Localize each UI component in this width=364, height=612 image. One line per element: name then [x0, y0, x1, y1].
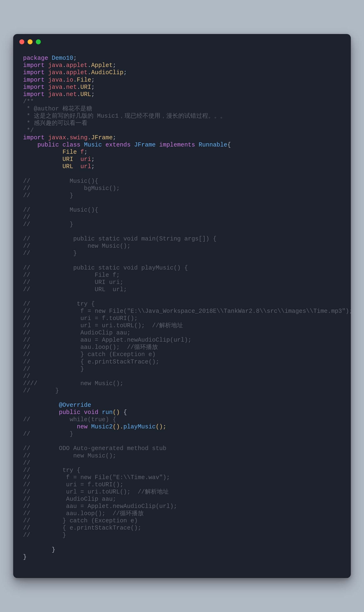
comment-line: // url = uri.toURL(); //解析地址 — [23, 489, 169, 495]
dot: . — [88, 69, 91, 76]
ns: applet — [66, 62, 88, 69]
close-icon[interactable] — [19, 39, 24, 44]
minimize-icon[interactable] — [27, 39, 33, 44]
comment-line: // } — [23, 431, 73, 437]
dot: . — [73, 77, 77, 83]
code-block: package Demo10; import java.applet.Apple… — [13, 46, 351, 565]
kw-new: new — [77, 423, 88, 430]
annotation: @Override — [59, 402, 91, 409]
brace-close: } — [23, 546, 55, 553]
comment-line: // public static void playMusic() { — [23, 265, 188, 271]
kw-import: import — [23, 91, 44, 98]
comment-line: // public static void main(String args[]… — [23, 235, 217, 242]
ns: java — [48, 77, 63, 83]
kw-implements: implements — [159, 142, 195, 148]
kw-class: class — [62, 142, 80, 148]
dot: . — [88, 134, 91, 141]
doc-line: * @author 棉花不是糖 — [23, 106, 92, 112]
kw-extends: extends — [105, 142, 130, 148]
class-ref: Music2 — [91, 423, 113, 430]
field-name: f — [80, 149, 84, 156]
comment-line: // aau = Applet.newAudioClip(url); — [23, 503, 177, 510]
cls: Applet — [91, 62, 113, 69]
field-type: File — [62, 149, 77, 156]
comment-line: // bgMusic(); — [23, 185, 120, 192]
class-name: Music — [84, 142, 102, 148]
comment-line: // aau = Applet.newAudioClip(url); — [23, 337, 192, 343]
pkg-name: Demo10 — [52, 55, 73, 62]
doc-line: /** — [23, 98, 34, 105]
ns: net — [66, 84, 77, 91]
ns: java — [48, 84, 63, 91]
kw-import: import — [23, 62, 44, 69]
call-chain: (). — [113, 423, 123, 430]
comment-line: // } — [23, 250, 77, 257]
dot: . — [77, 91, 80, 98]
cls: File — [77, 77, 91, 83]
comment-line: // ODO Auto-generated method stub — [23, 445, 166, 452]
cls: URI — [80, 84, 91, 91]
doc-line: * 感兴趣的可以看一看 — [23, 120, 88, 127]
ns: java — [48, 69, 63, 76]
ns: applet — [66, 69, 88, 76]
comment-line: // } — [23, 192, 73, 199]
comment-line: // } — [23, 366, 84, 373]
doc-line: * 这是之前写的好几版的 Music1，现已经不使用，漫长的试错过程。。。 — [23, 113, 226, 120]
brace: { — [227, 142, 231, 148]
field-type: URI — [62, 156, 73, 163]
field-type: URL — [62, 163, 73, 170]
stage: package Demo10; import java.applet.Apple… — [0, 0, 364, 612]
base-name: JFrame — [134, 142, 156, 148]
kw-import: import — [23, 84, 44, 91]
comment-line: // — [23, 214, 30, 221]
comment-line: // try { — [23, 467, 80, 474]
kw-public: public — [38, 142, 59, 148]
ns: net — [66, 91, 77, 98]
dot: . — [62, 77, 66, 83]
method-call: playMusic — [123, 423, 156, 430]
dot: . — [62, 91, 66, 98]
kw-import: import — [23, 134, 44, 141]
cls: URL — [80, 91, 91, 98]
comment-line: // { e.printStackTrace(); — [23, 359, 159, 365]
ns: java — [48, 91, 63, 98]
comment-line: // } — [23, 387, 59, 394]
dot: . — [77, 84, 80, 91]
doc-line: */ — [23, 127, 34, 134]
comment-line: // Music(){ — [23, 178, 98, 185]
comment-line: // — [23, 373, 30, 380]
comment-line: // AudioClip aau; — [23, 329, 130, 336]
code-window: package Demo10; import java.applet.Apple… — [13, 34, 351, 578]
comment-line: // uri = f.toURI(); — [23, 315, 138, 322]
kw-public: public — [59, 409, 80, 416]
brace-close: } — [23, 554, 26, 560]
kw-import: import — [23, 77, 44, 83]
dot: . — [66, 134, 70, 141]
dot: . — [62, 84, 66, 91]
comment-line: // File f; — [23, 272, 120, 279]
comment-line: // } catch (Exception e) — [23, 517, 138, 524]
cls: JFrame — [91, 134, 113, 141]
comment-line: //// new Music(); — [23, 380, 123, 387]
kw-package: package — [23, 55, 48, 62]
paren: (); — [156, 423, 166, 430]
paren: () — [113, 409, 120, 416]
ns: io — [66, 77, 73, 83]
iface-name: Runnable — [199, 142, 227, 148]
comment-line: // { e.printStackTrace(); — [23, 525, 141, 531]
comment-line: // aau.loop(); //循环播放 — [23, 344, 158, 351]
method-name: run — [102, 409, 113, 416]
comment-line: // new Music(); — [23, 452, 116, 459]
comment-line: // try { — [23, 301, 95, 307]
comment-line: // url = uri.toURL(); //解析地址 — [23, 322, 183, 329]
comment-line: // new Music(); — [23, 243, 130, 250]
maximize-icon[interactable] — [36, 39, 41, 44]
comment-line: // } — [23, 532, 66, 539]
comment-line: // URL url; — [23, 286, 127, 293]
comment-line: // AudioClip aau; — [23, 496, 116, 503]
comment-line: // aau.loop(); //循环播放 — [23, 510, 144, 517]
dot: . — [62, 62, 66, 69]
comment-line: // } catch (Exception e) — [23, 351, 156, 358]
kw-void: void — [84, 409, 98, 416]
titlebar — [13, 34, 351, 46]
